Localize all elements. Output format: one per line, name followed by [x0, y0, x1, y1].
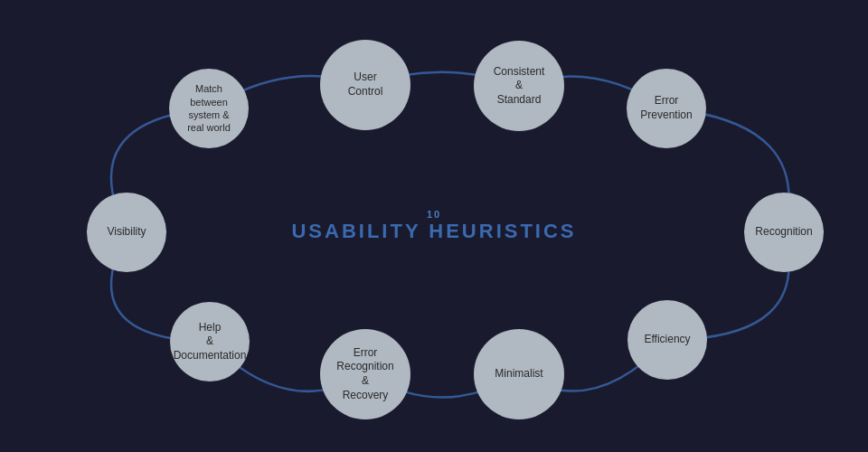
- center-title: USABILITY HEURISTICS: [291, 220, 576, 243]
- node-error-recognition-recovery-label: ErrorRecognition&Recovery: [336, 346, 393, 402]
- node-help-documentation[interactable]: Help&Documentation: [170, 302, 250, 381]
- node-consistent-standard[interactable]: Consistent&Standard: [474, 41, 564, 131]
- node-error-prevention-label: ErrorPrevention: [640, 94, 692, 122]
- node-visibility[interactable]: Visibility: [87, 193, 166, 272]
- node-user-control[interactable]: User Control: [320, 40, 410, 130]
- node-minimalist[interactable]: Minimalist: [474, 329, 564, 419]
- node-help-documentation-label: Help&Documentation: [174, 321, 247, 363]
- node-recognition-label: Recognition: [755, 225, 812, 240]
- node-efficiency[interactable]: Efficiency: [627, 300, 707, 380]
- node-recognition[interactable]: Recognition: [744, 193, 824, 272]
- center-diagram-label: 10 USABILITY HEURISTICS: [291, 209, 576, 243]
- center-number: 10: [291, 209, 576, 220]
- node-efficiency-label: Efficiency: [644, 333, 690, 347]
- node-error-prevention[interactable]: ErrorPrevention: [627, 69, 706, 148]
- node-match-system-real-world[interactable]: Matchbetweensystem &real world: [169, 69, 249, 148]
- node-match-system-real-world-label: Matchbetweensystem &real world: [187, 82, 231, 134]
- diagram-container: User Control Consistent&Standard ErrorPr…: [27, 14, 841, 438]
- node-visibility-label: Visibility: [107, 225, 146, 240]
- node-consistent-standard-label: Consistent&Standard: [494, 65, 545, 108]
- node-error-recognition-recovery[interactable]: ErrorRecognition&Recovery: [320, 329, 410, 419]
- node-user-control-label: User Control: [348, 71, 383, 99]
- node-minimalist-label: Minimalist: [495, 367, 542, 381]
